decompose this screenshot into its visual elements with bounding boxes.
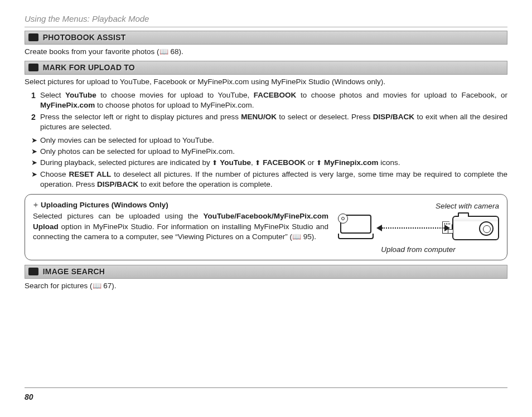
page-ref-icon: 📖 [292,232,301,242]
step-2: 2 Press the selector left or right to di… [31,112,507,132]
section-header-upload: MARK FOR UPLOAD TO [25,61,507,75]
tip-body: Selected pictures can be uploaded using … [33,211,328,242]
cd-icon [338,214,348,224]
camera-icon [452,216,499,240]
section-header-search: IMAGE SEARCH [25,265,507,279]
upload-icon [28,64,38,71]
bullet-marker-icon: ➤ [31,158,40,168]
bullet-marker-icon: ➤ [31,169,40,190]
tip-icon: ✦ [33,201,38,210]
figure-label-top: Select with camera [337,201,499,211]
page-number: 80 [25,392,33,403]
section-body: Create books from your favorite photos (… [25,47,507,57]
section-title: MARK FOR UPLOAD TO [43,63,135,72]
page-ref-icon: 📖 [159,47,168,57]
bullet-marker-icon: ➤ [31,147,40,157]
bullet-item: ➤ Choose RESET ALL to deselect all pictu… [31,169,507,190]
page-ref-icon: 📖 [93,281,101,291]
ordered-steps: 1 Select YouTube to choose movies for up… [31,90,507,132]
section-title: IMAGE SEARCH [43,267,105,276]
bottom-rule [25,387,507,388]
tip-box: ✦Uploading Pictures (Windows Only) Selec… [25,194,507,260]
search-icon [28,268,38,275]
section-title: PHOTOBOOK ASSIST [43,33,126,42]
step-1: 1 Select YouTube to choose movies for up… [31,90,507,110]
laptop-icon [337,215,374,241]
connection-line [376,224,450,232]
bullet-item: ➤ During playback, selected pictures are… [31,158,507,168]
step-number: 1 [31,90,40,110]
arrow-left-icon [376,225,382,231]
section-body: Select pictures for upload to YouTube, F… [25,77,507,87]
tip-figure: Select with camera Upload from computer [337,200,499,255]
step-number: 2 [31,112,40,132]
photobook-icon [28,33,38,41]
bullet-list: ➤ Only movies can be selected for upload… [31,135,507,190]
upload-small-icon: ⬆ [255,158,260,167]
section-body: Search for pictures (📖 67). [25,281,507,291]
bullet-item: ➤ Only photos can be selected for upload… [31,147,507,157]
bullet-marker-icon: ➤ [31,135,40,146]
upload-small-icon: ⬆ [316,158,322,167]
page-breadcrumb: Using the Menus: Playback Mode [25,13,507,27]
tip-title: ✦Uploading Pictures (Windows Only) [33,200,328,210]
upload-small-icon: ⬆ [212,158,217,167]
bullet-item: ➤ Only movies can be selected for upload… [31,135,507,146]
section-header-photobook: PHOTOBOOK ASSIST [25,31,507,45]
figure-label-bottom: Upload from computer [337,245,499,255]
